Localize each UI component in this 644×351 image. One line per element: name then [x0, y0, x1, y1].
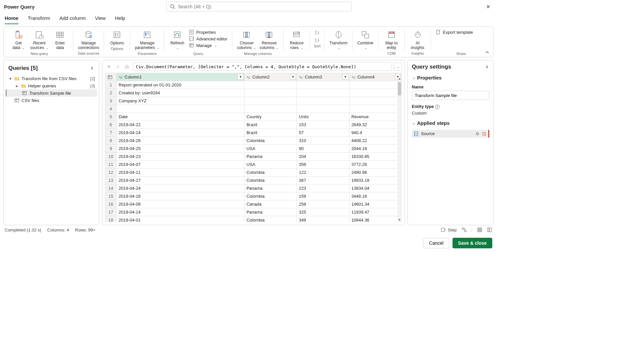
tab-add-column[interactable]: Add column — [59, 13, 85, 24]
cell[interactable]: 204 — [297, 153, 349, 161]
cell[interactable] — [297, 105, 349, 113]
properties-section[interactable]: ⌄Properties — [412, 75, 489, 80]
search-input[interactable] — [178, 4, 348, 9]
cell[interactable]: 2019-04-07 — [117, 161, 244, 169]
cell[interactable]: Revenue — [349, 113, 402, 121]
gear-icon[interactable] — [475, 131, 480, 136]
scroll-thumb[interactable] — [398, 82, 401, 95]
row-number[interactable]: 3 — [105, 97, 117, 105]
cell[interactable]: 258 — [297, 200, 349, 208]
cell[interactable]: 3772.26 — [349, 161, 402, 169]
row-number[interactable]: 6 — [105, 121, 117, 129]
ai-insights-button[interactable]: AI insights — [408, 28, 427, 51]
cell[interactable]: 2649.32 — [349, 121, 402, 129]
export-template-button[interactable]: Export template — [434, 28, 474, 35]
row-number[interactable]: 5 — [105, 113, 117, 121]
cell[interactable]: Country — [244, 113, 296, 121]
step-lock-icon[interactable] — [482, 131, 486, 136]
cell[interactable]: Report generated on 01-01-2020 — [117, 81, 244, 89]
manage-parameters-button[interactable]: Manage parameters ⌄ — [134, 28, 161, 51]
cell[interactable]: 2019-04-11 — [117, 169, 244, 176]
column-filter-button[interactable]: ▼ — [238, 74, 243, 80]
row-number[interactable]: 13 — [105, 176, 117, 184]
cell[interactable]: 2019-04-23 — [117, 153, 244, 161]
combine-button[interactable]: Combine⌄ — [356, 28, 375, 51]
row-number[interactable]: 8 — [105, 137, 117, 145]
cell[interactable] — [349, 81, 402, 89]
cancel-button[interactable]: Cancel — [423, 238, 449, 248]
cell[interactable]: Date — [117, 113, 244, 121]
cell[interactable]: 10844.36 — [349, 216, 402, 223]
cell[interactable]: 13834.04 — [349, 184, 402, 192]
advanced-editor-button[interactable]: Advanced editor — [188, 35, 229, 42]
cell[interactable]: USA — [244, 145, 296, 153]
column-filter-button[interactable]: ▼ — [290, 74, 296, 80]
cell[interactable]: 2490.96 — [349, 169, 402, 176]
cell[interactable]: Brazil — [244, 121, 296, 129]
cell[interactable]: 122 — [297, 169, 349, 176]
cell[interactable]: Colombia — [244, 169, 296, 176]
expand-formula-button[interactable]: ⌄ — [394, 63, 402, 71]
manage-connections-button[interactable]: Manage connections — [77, 28, 100, 51]
cell[interactable]: USA — [244, 161, 296, 169]
select-all-corner[interactable] — [105, 73, 117, 81]
cell[interactable]: 2019-04-26 — [117, 137, 244, 145]
cell[interactable]: Panama — [244, 184, 296, 192]
cell[interactable]: 57 — [297, 129, 349, 137]
cell[interactable]: Canada — [244, 200, 296, 208]
transform-button[interactable]: Transform⌄ — [328, 28, 349, 51]
cell[interactable]: 2019-04-16 — [117, 192, 244, 200]
cell[interactable]: 325 — [297, 208, 349, 216]
row-number[interactable]: 1 — [105, 81, 117, 89]
cell[interactable] — [297, 97, 349, 105]
column-header[interactable]: ABCColumn2▼ — [244, 73, 296, 81]
cell[interactable]: 2019-04-01 — [117, 216, 244, 223]
column-header[interactable]: ABCColumn1▼ — [117, 73, 244, 81]
cell[interactable]: Panama — [244, 153, 296, 161]
schema-view-button[interactable] — [487, 227, 492, 232]
cell[interactable]: Company XYZ — [117, 97, 244, 105]
close-button[interactable]: ✕ — [483, 2, 493, 11]
commit-formula-button[interactable]: ✓ — [114, 63, 122, 70]
enter-data-button[interactable]: Enter data — [50, 28, 70, 51]
tab-home[interactable]: Home — [5, 13, 19, 24]
collapse-ribbon-button[interactable] — [485, 50, 490, 55]
cell[interactable]: Colombia — [244, 192, 296, 200]
column-header[interactable]: ABCColumn4▼ — [349, 73, 402, 81]
query-name-input[interactable] — [412, 91, 489, 100]
recent-sources-button[interactable]: Recent sources ⌄ — [29, 28, 50, 51]
cancel-formula-button[interactable]: ✕ — [105, 63, 112, 70]
cell[interactable]: Created by: user9284 — [117, 89, 244, 97]
reduce-rows-button[interactable]: Reduce rows ⌄ — [287, 28, 306, 51]
cell[interactable]: 2019-04-08 — [117, 200, 244, 208]
cell[interactable]: 940.4 — [349, 129, 402, 137]
cell[interactable] — [349, 89, 402, 97]
cell[interactable]: 2019-04-25 — [117, 145, 244, 153]
diagram-view-button[interactable] — [461, 227, 467, 232]
row-number[interactable]: 15 — [105, 192, 117, 200]
choose-columns-button[interactable]: Choose columns ⌄ — [236, 28, 257, 51]
row-number[interactable]: 18 — [105, 216, 117, 223]
row-number[interactable]: 4 — [105, 105, 117, 113]
cell[interactable] — [349, 105, 402, 113]
cell[interactable]: Brazil — [244, 129, 296, 137]
cell[interactable] — [117, 105, 244, 113]
properties-button[interactable]: Properties — [188, 29, 229, 35]
collapse-queries-button[interactable] — [90, 66, 94, 71]
cell[interactable]: 90 — [297, 145, 349, 153]
row-number[interactable]: 7 — [105, 129, 117, 137]
cell[interactable] — [244, 97, 296, 105]
cell[interactable]: Colombia — [244, 216, 296, 223]
cell[interactable]: 2044.18 — [349, 145, 402, 153]
row-number[interactable]: 17 — [105, 208, 117, 216]
options-button[interactable]: Options — [107, 28, 127, 46]
cell[interactable]: 2019-04-24 — [117, 184, 244, 192]
step-button[interactable]: Step — [441, 227, 457, 232]
cell[interactable]: Units — [297, 113, 349, 121]
column-header[interactable]: ABCColumn3▼ — [297, 73, 349, 81]
sort-desc-button[interactable]: ZA — [313, 37, 321, 43]
cell[interactable] — [244, 89, 296, 97]
folder-node[interactable]: ▾Transform file from CSV files[2] — [6, 75, 97, 82]
refresh-button[interactable]: Refresh⌄ — [168, 28, 187, 51]
row-number[interactable]: 2 — [105, 89, 117, 97]
